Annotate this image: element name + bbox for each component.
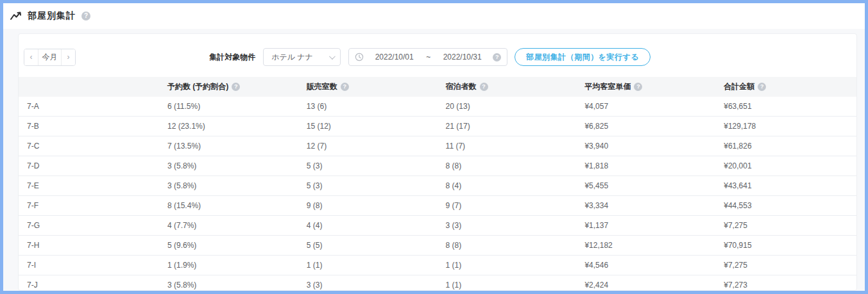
value-cell: ¥7,275: [717, 256, 856, 275]
column-help-icon[interactable]: ?: [232, 83, 240, 91]
date-range-picker[interactable]: 2022/10/01 ~ 2022/10/31 ?: [348, 48, 507, 66]
value-cell: 5 (5): [300, 236, 439, 256]
table-row: 7-E3 (5.8%)5 (3)8 (4)¥5,455¥43,641: [19, 176, 856, 196]
room-name-cell: 7-H: [19, 236, 161, 256]
column-header: 予約数 (予約割合)?: [161, 77, 300, 97]
column-header: [19, 77, 161, 97]
prev-month-button[interactable]: ‹: [24, 49, 38, 65]
value-cell: ¥44,553: [717, 196, 856, 216]
property-select-label: 集計対象物件: [209, 52, 255, 63]
value-cell: ¥61,826: [717, 136, 856, 156]
table-row: 7-A6 (11.5%)13 (6)20 (13)¥4,057¥63,651: [19, 97, 856, 117]
column-help-icon[interactable]: ?: [341, 83, 349, 91]
table-header-row: 予約数 (予約割合)?販売室数?宿泊者数?平均客室単価?合計金額?: [19, 77, 856, 97]
filter-group: 集計対象物件 ホテル ナナ 2022/10/01 ~: [209, 48, 651, 66]
value-cell: 8 (4): [439, 176, 579, 196]
clock-icon: [355, 53, 364, 61]
value-cell: ¥3,940: [578, 136, 717, 156]
table-row: 7-F8 (15.4%)9 (8)9 (7)¥3,334¥44,553: [19, 196, 856, 216]
room-name-cell: 7-C: [19, 136, 161, 156]
value-cell: ¥2,424: [578, 275, 717, 291]
column-help-icon[interactable]: ?: [480, 83, 488, 91]
value-cell: 3 (3): [439, 216, 579, 236]
table-row: 7-I1 (1.9%)1 (1)1 (1)¥4,546¥7,275: [19, 256, 856, 275]
property-select[interactable]: ホテル ナナ: [263, 48, 341, 66]
column-header-label: 予約数 (予約割合): [167, 81, 228, 92]
value-cell: ¥20,001: [717, 156, 856, 176]
room-name-cell: 7-J: [19, 275, 161, 291]
value-cell: 1 (1): [439, 256, 579, 275]
room-summary-table: 予約数 (予約割合)?販売室数?宿泊者数?平均客室単価?合計金額? 7-A6 (…: [19, 77, 856, 291]
room-name-cell: 7-B: [19, 117, 161, 136]
column-header-label: 合計金額: [724, 81, 754, 92]
value-cell: ¥4,057: [578, 97, 717, 117]
column-help-icon[interactable]: ?: [758, 83, 766, 91]
summary-panel: ‹ 今月 › 集計対象物件 ホテル ナナ: [18, 33, 857, 291]
value-cell: 3 (5.8%): [161, 176, 300, 196]
room-name-cell: 7-E: [19, 176, 161, 196]
value-cell: ¥7,273: [717, 275, 856, 291]
value-cell: 15 (12): [300, 117, 439, 136]
value-cell: 3 (3): [300, 275, 439, 291]
value-cell: 6 (11.5%): [161, 97, 300, 117]
date-range-help-icon[interactable]: ?: [493, 53, 501, 61]
title-help-icon[interactable]: ?: [81, 12, 90, 20]
column-help-icon[interactable]: ?: [634, 83, 642, 91]
column-header: 合計金額?: [717, 77, 856, 97]
column-header-label: 販売室数: [307, 81, 337, 92]
value-cell: 5 (3): [300, 176, 439, 196]
table-row: 7-J3 (5.8%)3 (3)1 (1)¥2,424¥7,273: [19, 275, 856, 291]
table-row: 7-B12 (23.1%)15 (12)21 (17)¥6,825¥129,17…: [19, 117, 856, 136]
value-cell: 12 (23.1%): [161, 117, 300, 136]
value-cell: 5 (9.6%): [161, 236, 300, 256]
column-header: 平均客室単価?: [578, 77, 717, 97]
value-cell: ¥70,915: [717, 236, 856, 256]
value-cell: 9 (8): [300, 196, 439, 216]
controls-row: ‹ 今月 › 集計対象物件 ホテル ナナ: [19, 48, 856, 66]
column-header: 販売室数?: [300, 77, 439, 97]
value-cell: 7 (13.5%): [161, 136, 300, 156]
app-window: 部屋別集計 ? ‹ 今月 › 集計対象物件 ホテル ナナ: [0, 0, 868, 294]
run-aggregation-button[interactable]: 部屋別集計（期間）を実行する: [515, 48, 651, 66]
value-cell: ¥1,818: [578, 156, 717, 176]
column-header-label: 平均客室単価: [584, 81, 631, 92]
room-name-cell: 7-A: [19, 97, 161, 117]
title-bar: 部屋別集計 ?: [3, 3, 865, 29]
value-cell: 8 (8): [439, 156, 579, 176]
value-cell: ¥3,334: [578, 196, 717, 216]
value-cell: 12 (7): [300, 136, 439, 156]
room-name-cell: 7-D: [19, 156, 161, 176]
value-cell: 4 (7.7%): [161, 216, 300, 236]
date-to-input[interactable]: 2022/10/31: [432, 53, 493, 61]
table-row: 7-D3 (5.8%)5 (3)8 (8)¥1,818¥20,001: [19, 156, 856, 176]
column-header-label: 宿泊者数: [446, 81, 477, 92]
property-select-value: ホテル ナナ: [271, 52, 313, 63]
value-cell: ¥1,137: [578, 216, 717, 236]
value-cell: 3 (5.8%): [161, 275, 300, 291]
column-header: 宿泊者数?: [439, 77, 579, 97]
value-cell: 1 (1.9%): [161, 256, 300, 275]
value-cell: ¥43,641: [717, 176, 856, 196]
current-month-button[interactable]: 今月: [38, 49, 62, 65]
value-cell: 1 (1): [300, 256, 439, 275]
table-body: 7-A6 (11.5%)13 (6)20 (13)¥4,057¥63,6517-…: [19, 97, 856, 291]
value-cell: 8 (8): [439, 236, 579, 256]
trend-line-icon: [10, 12, 22, 20]
table-row: 7-G4 (7.7%)4 (4)3 (3)¥1,137¥7,275: [19, 216, 856, 236]
month-pager: ‹ 今月 ›: [24, 49, 76, 66]
room-name-cell: 7-G: [19, 216, 161, 236]
content-area: ‹ 今月 › 集計対象物件 ホテル ナナ: [3, 29, 865, 291]
page-title: 部屋別集計: [28, 10, 76, 22]
value-cell: ¥129,178: [717, 117, 856, 136]
room-name-cell: 7-I: [19, 256, 161, 275]
value-cell: 20 (13): [439, 97, 579, 117]
next-month-button[interactable]: ›: [62, 49, 75, 65]
value-cell: 4 (4): [300, 216, 439, 236]
value-cell: ¥5,455: [578, 176, 717, 196]
table-header: 予約数 (予約割合)?販売室数?宿泊者数?平均客室単価?合計金額?: [19, 77, 856, 97]
chevron-down-icon: [329, 53, 336, 60]
value-cell: 9 (7): [439, 196, 579, 216]
value-cell: 5 (3): [300, 156, 439, 176]
value-cell: ¥12,182: [578, 236, 717, 256]
date-from-input[interactable]: 2022/10/01: [364, 53, 425, 61]
